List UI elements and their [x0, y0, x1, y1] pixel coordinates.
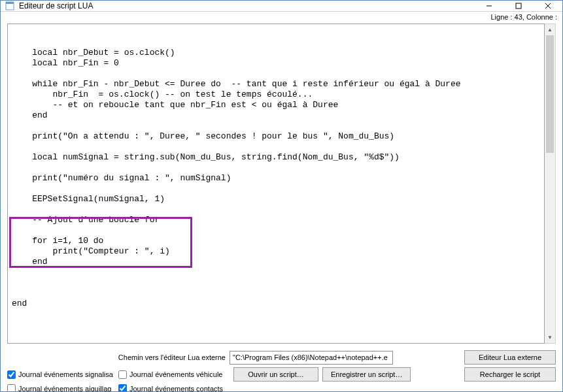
code-line: -- et on reboucle tant que nbr_Fin est <…: [12, 100, 338, 110]
code-line: local nbr_Fin = 0: [12, 58, 119, 68]
code-line: local numSignal = string.sub(Nom_du_Bus,…: [12, 152, 400, 162]
code-editor[interactable]: local nbr_Debut = os.clock() local nbr_F…: [7, 24, 545, 344]
vertical-scrollbar[interactable]: ▲ ▼: [545, 24, 556, 344]
reload-script-button[interactable]: Recharger le script: [464, 367, 556, 382]
checkbox-switch-input[interactable]: [7, 384, 16, 392]
maximize-button[interactable]: [503, 1, 533, 11]
close-button[interactable]: [533, 1, 562, 11]
code-line: local nbr_Debut = os.clock(): [12, 48, 175, 57]
editor-area: local nbr_Debut = os.clock() local nbr_F…: [7, 24, 556, 344]
code-line: end: [12, 257, 48, 267]
code-line: nbr_Fin = os.clock() -- on test le temps…: [12, 90, 313, 99]
checkbox-contacts[interactable]: Journal événements contacts: [118, 384, 230, 392]
cursor-position: Ligne : 43, Colonne :: [490, 13, 557, 21]
scroll-thumb[interactable]: [546, 35, 554, 153]
scroll-up-arrow[interactable]: ▲: [545, 24, 555, 35]
checkbox-signal-input[interactable]: [7, 370, 16, 379]
checkbox-vehicle[interactable]: Journal événements véhicule: [118, 370, 230, 379]
code-line: for i=1, 10 do: [12, 236, 103, 246]
checkbox-vehicle-input[interactable]: [118, 370, 127, 379]
code-line: print("numéro du signal : ", numSignal): [12, 173, 231, 183]
checkbox-contacts-input[interactable]: [118, 384, 127, 392]
window-title: Editeur de script LUA: [19, 1, 93, 10]
save-script-button[interactable]: Enregistrer un script…: [322, 367, 411, 382]
code-line: while nbr_Fin - nbr_Debut <= Duree do --…: [12, 79, 461, 89]
minimize-button[interactable]: [474, 1, 503, 11]
window-controls: [474, 1, 562, 11]
open-script-button[interactable]: Ouvrir un script…: [233, 367, 318, 382]
external-path-label: Chemin vers l'éditeur Lua externe: [7, 353, 230, 361]
checkbox-vehicle-label: Journal événements véhicule: [129, 370, 222, 378]
checkbox-contacts-label: Journal événements contacts: [129, 385, 223, 393]
app-icon: [5, 1, 15, 11]
code-line: print("On a attendu : ", Duree, " second…: [12, 131, 394, 141]
code-line: end: [12, 299, 27, 308]
checkbox-switch-label: Journal événements aiguillag: [18, 385, 111, 393]
titlebar: Editeur de script LUA: [1, 1, 562, 12]
bottom-panel: Chemin vers l'éditeur Lua externe Editeu…: [1, 346, 562, 392]
svg-rect-3: [516, 3, 521, 8]
code-line: end: [12, 110, 48, 120]
code-line: -- Ajout d'une boucle for: [12, 215, 160, 225]
code-line: EEPSetSignal(numSignal, 1): [12, 194, 165, 204]
checkbox-signal-label: Journal événements signalisa: [18, 370, 113, 378]
svg-rect-1: [6, 2, 14, 4]
external-editor-button[interactable]: Editeur Lua externe: [464, 350, 556, 365]
checkbox-switch[interactable]: Journal événements aiguillag: [7, 384, 118, 392]
external-path-input[interactable]: [230, 351, 393, 365]
code-line: print("Compteur : ", i): [12, 246, 170, 256]
checkbox-signal[interactable]: Journal événements signalisa: [7, 370, 118, 379]
status-bar: Ligne : 43, Colonne :: [1, 12, 562, 21]
scroll-down-arrow[interactable]: ▼: [545, 332, 555, 343]
